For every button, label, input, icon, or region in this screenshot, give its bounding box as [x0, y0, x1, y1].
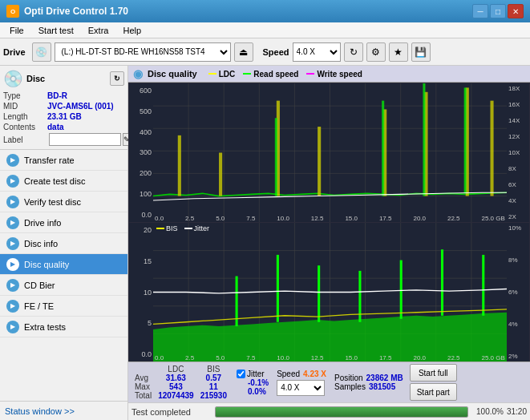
speed-label: Speed: [263, 47, 289, 57]
start-full-button[interactable]: Start full: [410, 364, 457, 382]
start-part-button[interactable]: Start part: [410, 383, 457, 401]
drive-select[interactable]: (L:) HL-DT-ST BD-RE WH16NS58 TST4: [55, 42, 231, 62]
sidebar: 💿 Disc ↻ Type BD-R MID JVC-AMS6L (001) L…: [0, 66, 128, 420]
disc-label-row: Label ✎: [3, 133, 124, 146]
jitter-section: Jitter -0.1% 0.0%: [237, 370, 269, 396]
refresh-button[interactable]: ↻: [344, 42, 363, 62]
nav-fe-te[interactable]: ▶ FE / TE: [0, 296, 127, 317]
maximize-button[interactable]: □: [490, 4, 506, 18]
bookmark-button[interactable]: ★: [389, 42, 408, 62]
ldc-label: LDC: [219, 70, 236, 79]
top-chart-svg: [153, 83, 507, 222]
nav-disc-quality[interactable]: ▶ Disc quality: [0, 254, 127, 275]
nav-disc-info[interactable]: ▶ Disc info: [0, 233, 127, 254]
read-speed-dot: [243, 73, 251, 75]
max-label: Max: [131, 382, 155, 391]
menu-file[interactable]: File: [3, 24, 30, 37]
status-window-button[interactable]: Status window >>: [0, 401, 127, 420]
chart-title: Disc quality: [148, 69, 197, 79]
toolbar: Drive 💿 (L:) HL-DT-ST BD-RE WH16NS58 TST…: [0, 38, 530, 66]
nav-verify-test-disc-label: Verify test disc: [24, 197, 81, 207]
jitter-header: Jitter: [237, 370, 269, 378]
nav-create-test-disc[interactable]: ▶ Create test disc: [0, 171, 127, 192]
total-bis: 215930: [197, 391, 230, 400]
cd-bier-icon: ▶: [6, 279, 19, 292]
nav-verify-test-disc[interactable]: ▶ Verify test disc: [0, 192, 127, 212]
y-axis-right-bottom: 10% 8% 6% 4% 2%: [507, 223, 529, 361]
length-label: Length: [3, 112, 47, 121]
speed-stat-label: Speed: [277, 370, 300, 378]
disc-icon-button[interactable]: 💿: [32, 42, 51, 62]
chart-legend: LDC Read speed Write speed: [208, 70, 362, 79]
svg-rect-45: [482, 255, 484, 316]
nav-disc-info-label: Disc info: [24, 239, 58, 248]
nav-drive-info[interactable]: ▶ Drive info: [0, 212, 127, 233]
legend-read-speed: Read speed: [243, 70, 298, 79]
top-chart-plot: 0.0 2.5 5.0 7.5 10.0 12.5 15.0 17.5 20.0…: [153, 83, 507, 222]
disc-refresh-button[interactable]: ↻: [110, 71, 124, 86]
bottom-bar: Test completed 100.0% 31:20: [128, 402, 530, 420]
menu-extra[interactable]: Extra: [82, 24, 115, 37]
svg-rect-14: [178, 135, 181, 196]
jitter-checkbox[interactable]: [237, 370, 245, 378]
disc-section-label: Disc: [26, 74, 45, 83]
samples-value: 381505: [369, 382, 395, 391]
status-text: Test completed: [131, 407, 212, 417]
disc-contents-row: Contents data: [3, 123, 124, 131]
x-axis-labels-top: 0.0 2.5 5.0 7.5 10.0 12.5 15.0 17.5 20.0…: [153, 215, 507, 222]
nav-transfer-rate[interactable]: ▶ Transfer rate: [0, 150, 127, 171]
disc-header: 💿 Disc ↻: [3, 69, 124, 88]
disc-label-input[interactable]: [49, 133, 121, 146]
svg-rect-25: [464, 87, 467, 193]
extra-tests-icon: ▶: [6, 321, 19, 333]
x-axis-labels-bottom: 0.0 2.5 5.0 7.5 10.0 12.5 15.0 17.5 20.0…: [153, 354, 507, 361]
top-chart: 600 500 400 300 200 100 0.0: [129, 83, 529, 222]
length-value: 23.31 GB: [47, 112, 82, 121]
settings-button[interactable]: ⚙: [366, 42, 386, 62]
type-value: BD-R: [47, 91, 67, 100]
menu-start-test[interactable]: Start test: [32, 24, 80, 37]
disc-length-row: Length 23.31 GB: [3, 112, 124, 121]
progress-bar-container: [215, 406, 468, 418]
total-ldc: 12074439: [155, 391, 197, 400]
app-title: Opti Drive Control 1.70: [24, 6, 128, 17]
drive-info-icon: ▶: [6, 216, 19, 229]
disc-mid-row: MID JVC-AMS6L (001): [3, 102, 124, 111]
speed-section: Speed 4.23 X 4.0 X: [277, 370, 326, 396]
window-controls: ─ □ ✕: [472, 4, 524, 18]
samples-label: Samples: [334, 382, 366, 391]
disc-quality-icon: ▶: [6, 258, 19, 271]
chart-area: ◉ Disc quality LDC Read speed Write spee…: [128, 66, 530, 420]
close-button[interactable]: ✕: [508, 4, 524, 18]
col-ldc: LDC: [155, 365, 197, 374]
disc-type-row: Type BD-R: [3, 91, 124, 100]
progress-label: 100.0%: [471, 407, 504, 416]
nav-extra-tests[interactable]: ▶ Extra tests: [0, 317, 127, 337]
menu-help[interactable]: Help: [116, 24, 148, 37]
chart-header: ◉ Disc quality LDC Read speed Write spee…: [128, 66, 530, 83]
time-text: 31:20: [507, 407, 527, 416]
nav-cd-bier[interactable]: ▶ CD Bier: [0, 275, 127, 296]
position-label: Position: [334, 374, 363, 382]
chart-header-icon: ◉: [133, 67, 143, 80]
save-button[interactable]: 💾: [411, 42, 431, 62]
nav-transfer-rate-label: Transfer rate: [24, 155, 75, 165]
svg-rect-17: [318, 127, 321, 196]
verify-test-disc-icon: ▶: [6, 196, 19, 208]
svg-rect-15: [219, 153, 222, 196]
mid-value: JVC-AMS6L (001): [47, 102, 114, 111]
write-speed-dot: [306, 73, 314, 75]
svg-rect-23: [382, 101, 384, 196]
minimize-button[interactable]: ─: [472, 4, 488, 18]
eject-button[interactable]: ⏏: [234, 42, 253, 62]
fe-te-icon: ▶: [6, 300, 19, 313]
menubar: File Start test Extra Help: [0, 22, 530, 38]
stats-table: LDC BIS Avg 31.63 0.57 Max 543 11 Total …: [131, 365, 230, 400]
max-bis: 11: [197, 382, 230, 391]
speed-select[interactable]: 4.0 X: [293, 42, 341, 62]
bis-dot: [156, 228, 164, 229]
speed-dropdown[interactable]: 4.0 X: [277, 380, 325, 396]
avg-bis: 0.57: [197, 374, 230, 382]
legend-ldc: LDC: [208, 70, 236, 79]
bottom-chart-plot: 0.0 2.5 5.0 7.5 10.0 12.5 15.0 17.5 20.0…: [153, 223, 507, 361]
